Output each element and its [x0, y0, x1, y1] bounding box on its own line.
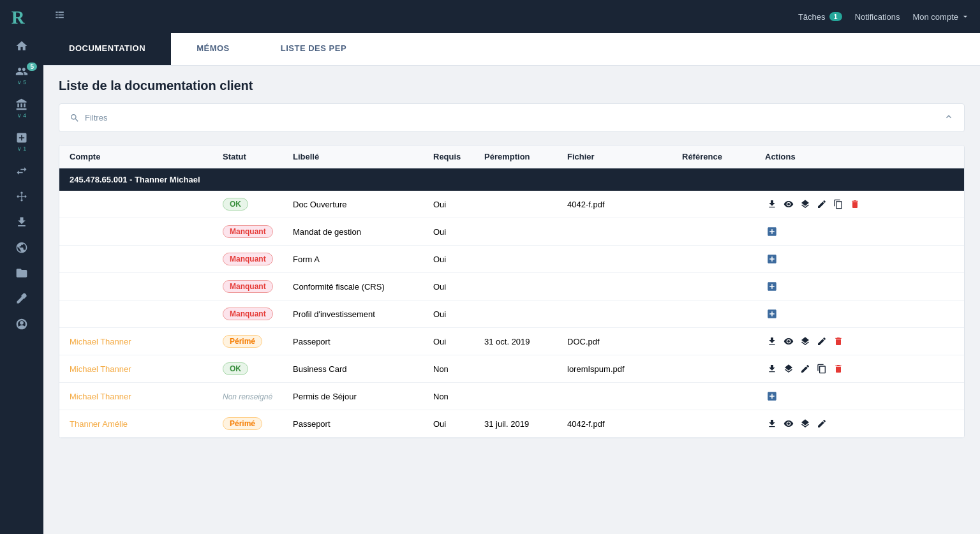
edit-action[interactable]	[798, 362, 812, 376]
table-row: Manquant Profil d'investissement Oui	[59, 300, 964, 328]
col-requis: Requis	[433, 152, 484, 161]
layers-action[interactable]	[798, 334, 812, 348]
svg-point-3	[24, 195, 26, 197]
tasks-badge: 1	[829, 12, 842, 21]
col-peremption: Péremption	[484, 152, 567, 161]
cell-fichier: loremIspum.pdf	[567, 364, 682, 374]
table-row: Manquant Form A Oui	[59, 246, 964, 273]
cell-fichier: 4042-f.pdf	[567, 200, 682, 209]
sidebar-item-arrows[interactable]	[0, 158, 43, 184]
topbar: Tâches 1 Notifications Mon compte	[43, 0, 980, 33]
group-row-0: 245.478.65.001 - Thanner Michael	[59, 168, 964, 191]
cell-requis: Oui	[433, 200, 484, 209]
actions-cell	[765, 334, 954, 348]
cell-peremption: 31 oct. 2019	[484, 337, 567, 346]
cell-libelle: Permis de Séjour	[293, 392, 433, 401]
download-action[interactable]	[765, 362, 779, 376]
logo[interactable]: R	[0, 0, 43, 33]
add-action[interactable]	[765, 389, 779, 403]
sidebar-item-download[interactable]	[0, 209, 43, 235]
sidebar-item-add[interactable]: ∨ 1	[0, 125, 43, 158]
status-badge: Manquant	[223, 253, 273, 265]
view-action[interactable]	[782, 417, 796, 431]
download-action[interactable]	[765, 417, 779, 431]
filter-bar: Filtres	[59, 103, 965, 132]
grid-icon[interactable]	[54, 10, 66, 24]
sidebar-item-nodes[interactable]	[0, 184, 43, 209]
notifications-button[interactable]: Notifications	[855, 12, 900, 22]
cell-compte: Thanner Amélie	[70, 419, 223, 429]
download-action[interactable]	[765, 334, 779, 348]
cell-statut: OK	[223, 198, 293, 211]
status-badge: OK	[223, 362, 248, 375]
edit-action[interactable]	[815, 197, 829, 211]
add-action[interactable]	[765, 252, 779, 266]
table-header: Compte Statut Libellé Requis Péremption …	[59, 145, 964, 168]
sidebar-item-bank[interactable]: ∨ 4	[0, 92, 43, 125]
download-action[interactable]	[765, 197, 779, 211]
cell-compte: Michael Thanner	[70, 337, 223, 346]
delete-action[interactable]	[831, 334, 845, 348]
sidebar-item-globe[interactable]	[0, 311, 43, 337]
search-icon	[70, 113, 80, 123]
cell-statut: Périmé	[223, 417, 293, 430]
copy-action[interactable]	[815, 362, 829, 376]
tab-memos[interactable]: MÉMOS	[171, 33, 255, 65]
table-row: Michael Thanner Périmé Passeport Oui 31 …	[59, 328, 964, 355]
account-menu[interactable]: Mon compte	[912, 12, 970, 22]
add-action[interactable]	[765, 225, 779, 239]
tasks-section[interactable]: Tâches 1	[798, 12, 842, 22]
page-title: Liste de la documentation client	[59, 78, 965, 93]
delete-action[interactable]	[831, 362, 845, 376]
edit-action[interactable]	[815, 334, 829, 348]
col-reference: Référence	[682, 152, 765, 161]
tab-documentation[interactable]: DOCUMENTATION	[43, 33, 171, 65]
actions-cell	[765, 197, 954, 211]
cell-requis: Oui	[433, 337, 484, 346]
actions-cell	[765, 279, 954, 293]
cell-requis: Oui	[433, 419, 484, 429]
status-badge: Manquant	[223, 280, 273, 293]
cell-statut: Manquant	[223, 253, 293, 265]
people-badge: 5	[27, 63, 37, 71]
cell-statut: Manquant	[223, 280, 293, 293]
delete-action[interactable]	[848, 197, 862, 211]
main-content: Tâches 1 Notifications Mon compte DOCUME…	[43, 0, 980, 534]
cell-libelle: Conformité fiscale (CRS)	[293, 282, 433, 292]
col-fichier: Fichier	[567, 152, 682, 161]
cell-libelle: Form A	[293, 255, 433, 264]
copy-action[interactable]	[831, 197, 845, 211]
cell-requis: Non	[433, 364, 484, 374]
tab-liste-pep[interactable]: LISTE DES PEP	[255, 33, 372, 65]
add-action[interactable]	[765, 279, 779, 293]
cell-libelle: Business Card	[293, 364, 433, 374]
view-action[interactable]	[782, 334, 796, 348]
cell-libelle: Passeport	[293, 337, 433, 346]
sidebar-item-folder[interactable]	[0, 260, 43, 286]
cell-statut: OK	[223, 362, 293, 375]
sidebar-item-home[interactable]	[0, 33, 43, 59]
svg-point-2	[20, 192, 22, 194]
actions-cell	[765, 225, 954, 239]
actions-cell	[765, 389, 954, 403]
cell-compte: Michael Thanner	[70, 364, 223, 374]
sidebar-item-globe-circle[interactable]	[0, 235, 43, 260]
layers-action[interactable]	[798, 417, 812, 431]
edit-action[interactable]	[815, 417, 829, 431]
actions-cell	[765, 252, 954, 266]
layers-action[interactable]	[782, 362, 796, 376]
actions-cell	[765, 307, 954, 321]
add-action[interactable]	[765, 307, 779, 321]
status-badge: Manquant	[223, 225, 273, 238]
cell-requis: Oui	[433, 255, 484, 264]
status-badge: Non renseigné	[223, 392, 272, 401]
actions-cell	[765, 362, 954, 376]
view-action[interactable]	[782, 197, 796, 211]
sidebar-item-wrench[interactable]	[0, 286, 43, 311]
cell-fichier: DOC.pdf	[567, 337, 682, 346]
layers-action[interactable]	[798, 197, 812, 211]
sidebar-item-people[interactable]: 5 ∨ 5	[0, 59, 43, 92]
filter-chevron[interactable]	[944, 112, 954, 124]
cell-requis: Oui	[433, 309, 484, 319]
cell-fichier: 4042-f.pdf	[567, 419, 682, 429]
